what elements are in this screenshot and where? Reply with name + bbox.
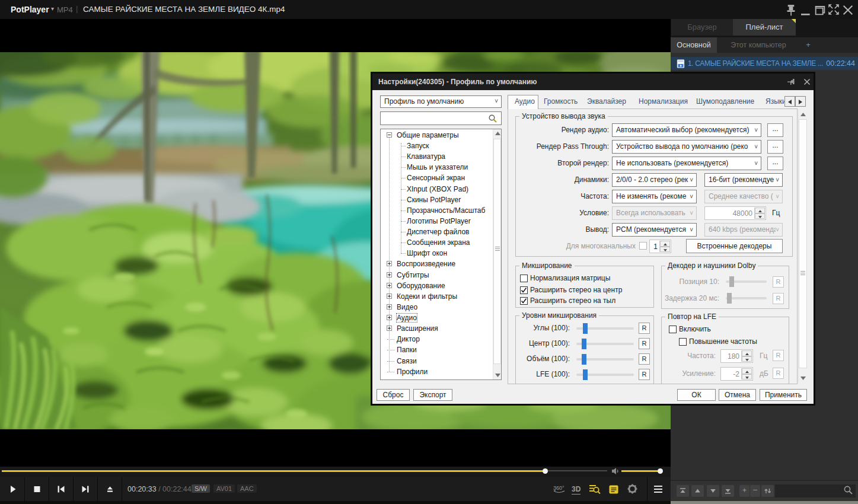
svg-text:360°: 360° <box>553 485 564 491</box>
